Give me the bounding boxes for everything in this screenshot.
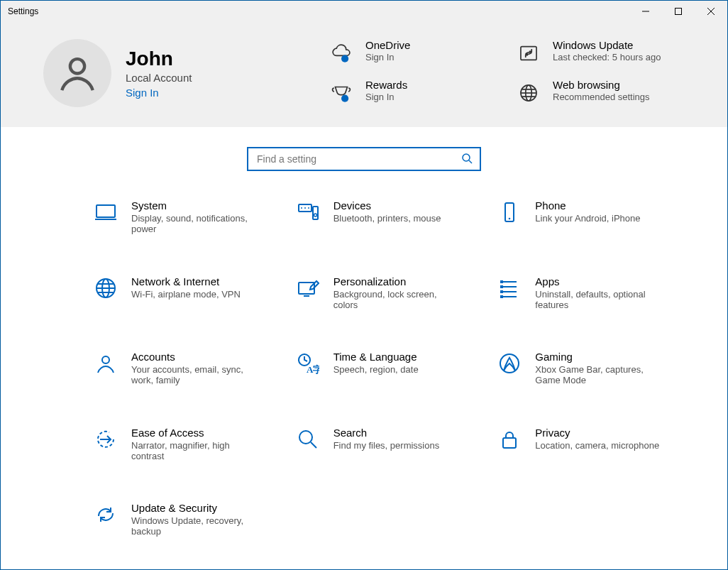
svg-rect-1 <box>675 9 682 15</box>
profile-name: John <box>126 48 192 70</box>
cat-title: Network & Internet <box>131 275 241 287</box>
cat-sub: Uninstall, defaults, optional features <box>535 289 663 310</box>
tile-sub: Last checked: 5 hours ago <box>553 52 661 62</box>
cat-update-security[interactable]: Update & Security Windows Update, recove… <box>93 502 274 548</box>
cloud-icon <box>327 39 355 67</box>
svg-line-12 <box>469 160 472 163</box>
cat-title: Update & Security <box>131 502 259 514</box>
cat-title: Ease of Access <box>131 427 259 439</box>
svg-rect-29 <box>500 280 503 283</box>
svg-rect-31 <box>500 285 503 288</box>
cat-title: Personalization <box>333 275 461 287</box>
svg-rect-33 <box>500 290 503 293</box>
svg-point-41 <box>299 431 312 444</box>
cat-search[interactable]: Search Find my files, permissions <box>295 427 476 473</box>
time-language-icon: A字 <box>295 351 321 376</box>
update-security-icon <box>93 502 118 527</box>
cat-sub: Speech, region, date <box>333 364 419 375</box>
cat-sub: Background, lock screen, colors <box>333 289 461 310</box>
header: John Local Account Sign In OneDrive Sign… <box>1 22 727 127</box>
cat-sub: Wi-Fi, airplane mode, VPN <box>131 289 241 300</box>
cat-title: Gaming <box>535 351 663 363</box>
svg-rect-19 <box>313 207 318 219</box>
cat-network[interactable]: Network & Internet Wi-Fi, airplane mode,… <box>93 275 274 322</box>
svg-point-5 <box>341 55 348 62</box>
search-icon <box>461 153 473 166</box>
system-icon <box>93 199 118 225</box>
search-box[interactable] <box>247 147 481 171</box>
cat-sub: Narrator, magnifier, high contrast <box>131 440 259 461</box>
svg-point-16 <box>301 207 302 209</box>
personalization-icon <box>295 275 321 301</box>
tile-title: Windows Update <box>553 39 661 51</box>
tile-title: Web browsing <box>553 79 650 91</box>
cat-system[interactable]: System Display, sound, notifications, po… <box>93 199 274 246</box>
tile-title: Rewards <box>365 79 407 91</box>
cat-ease-of-access[interactable]: Ease of Access Narrator, magnifier, high… <box>93 427 274 473</box>
svg-rect-13 <box>96 205 115 217</box>
search-cat-icon <box>295 427 321 452</box>
cat-sub: Display, sound, notifications, power <box>131 213 259 234</box>
cat-sub: Link your Android, iPhone <box>535 213 640 224</box>
tile-onedrive[interactable]: OneDrive Sign In <box>327 39 497 67</box>
profile-signin-link[interactable]: Sign In <box>126 87 192 99</box>
ease-of-access-icon <box>93 427 118 452</box>
tile-sub: Recommended settings <box>553 92 650 102</box>
cat-gaming[interactable]: Gaming Xbox Game Bar, captures, Game Mod… <box>497 351 678 397</box>
rewards-icon <box>327 79 355 107</box>
cat-title: Time & Language <box>333 351 419 363</box>
svg-rect-6 <box>521 47 536 60</box>
maximize-button[interactable] <box>662 1 695 22</box>
svg-text:A字: A字 <box>307 364 319 375</box>
svg-rect-26 <box>299 283 314 294</box>
tile-sub: Sign In <box>365 52 410 62</box>
cat-accounts[interactable]: Accounts Your accounts, email, sync, wor… <box>93 351 274 397</box>
cat-title: Search <box>333 427 440 439</box>
tile-web-browsing[interactable]: Web browsing Recommended settings <box>514 79 685 107</box>
svg-point-22 <box>509 218 511 220</box>
cat-privacy[interactable]: Privacy Location, camera, microphone <box>497 427 678 473</box>
cat-sub: Bluetooth, printers, mouse <box>333 213 441 224</box>
cat-time-language[interactable]: A字 Time & Language Speech, region, date <box>295 351 476 397</box>
cat-phone[interactable]: Phone Link your Android, iPhone <box>497 199 678 246</box>
cat-sub: Windows Update, recovery, backup <box>131 515 259 537</box>
minimize-button[interactable] <box>629 1 662 22</box>
tile-sub: Sign In <box>365 92 407 102</box>
cat-devices[interactable]: Devices Bluetooth, printers, mouse <box>295 199 476 246</box>
profile-account-type: Local Account <box>126 72 192 84</box>
window-controls <box>629 1 727 22</box>
person-icon <box>57 53 98 94</box>
svg-point-4 <box>70 59 84 73</box>
tile-title: OneDrive <box>365 39 410 51</box>
cat-sub: Find my files, permissions <box>333 440 440 451</box>
svg-point-11 <box>463 154 470 161</box>
titlebar: Settings <box>1 1 727 22</box>
tile-windows-update[interactable]: Windows Update Last checked: 5 hours ago <box>514 39 685 67</box>
settings-window: Settings John Local Account <box>0 0 728 570</box>
search-section <box>1 127 727 178</box>
svg-point-18 <box>308 207 309 209</box>
cat-apps[interactable]: Apps Uninstall, defaults, optional featu… <box>497 275 678 322</box>
svg-point-20 <box>314 214 316 217</box>
cat-title: Privacy <box>535 427 659 439</box>
svg-point-17 <box>304 207 306 209</box>
profile-block[interactable]: John Local Account Sign In <box>43 39 306 107</box>
cat-title: Phone <box>535 199 640 212</box>
profile-text: John Local Account Sign In <box>126 48 192 99</box>
search-input[interactable] <box>255 153 461 165</box>
cat-title: System <box>131 199 259 212</box>
svg-point-7 <box>341 95 348 102</box>
svg-line-42 <box>311 442 316 448</box>
cat-sub: Xbox Game Bar, captures, Game Mode <box>535 364 663 385</box>
cat-title: Apps <box>535 275 663 287</box>
cat-personalization[interactable]: Personalization Background, lock screen,… <box>295 275 476 322</box>
close-button[interactable] <box>695 1 727 22</box>
phone-icon <box>497 199 522 225</box>
cat-title: Accounts <box>131 351 259 363</box>
tile-rewards[interactable]: Rewards Sign In <box>327 79 497 107</box>
devices-icon <box>295 199 321 225</box>
categories-grid: System Display, sound, notifications, po… <box>1 178 727 569</box>
update-icon <box>514 39 543 67</box>
network-icon <box>93 275 118 301</box>
cat-sub: Location, camera, microphone <box>535 440 659 451</box>
